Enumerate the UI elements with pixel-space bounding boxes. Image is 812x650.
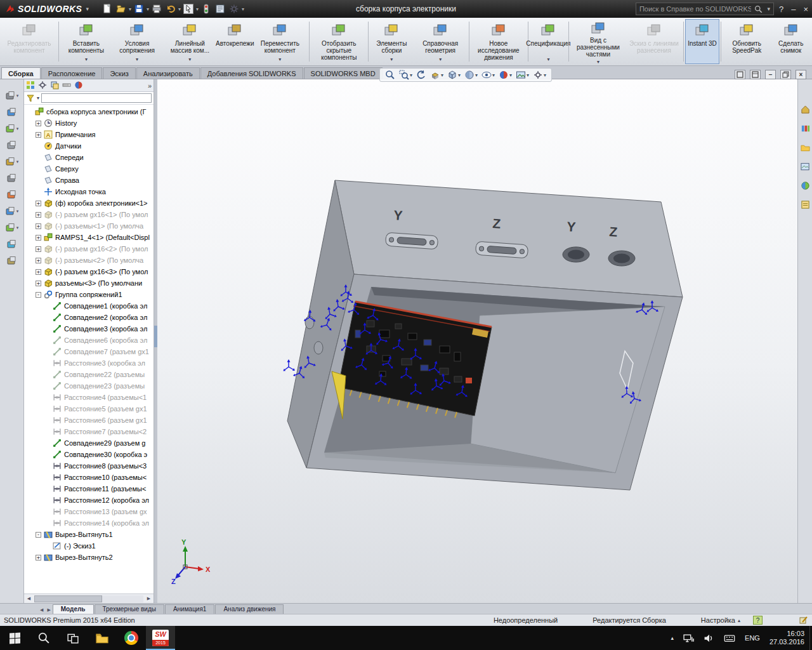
tree-item[interactable]: -Группа сопряжений1 bbox=[27, 289, 154, 300]
tree-item[interactable]: Расстояние11 (разъемы< bbox=[27, 483, 154, 494]
design-library-icon[interactable] bbox=[801, 124, 810, 135]
filter-funnel-icon[interactable] bbox=[26, 94, 35, 103]
chevron-down-icon[interactable]: ▾ bbox=[136, 56, 138, 63]
section-view-icon[interactable]: ▾ bbox=[429, 70, 445, 80]
tree-item[interactable]: Исходная точка bbox=[27, 186, 154, 197]
tree-expander[interactable]: + bbox=[36, 246, 41, 252]
tab-сборка[interactable]: Сборка bbox=[1, 67, 41, 79]
clipboard-tool-icon[interactable]: ▾ bbox=[2, 90, 22, 102]
network-icon[interactable] bbox=[683, 633, 694, 643]
scroll-left-icon[interactable]: ◀ bbox=[24, 596, 34, 601]
print-icon[interactable] bbox=[150, 2, 164, 16]
ribbon-button-элементы-сборки[interactable]: Элементы сборки ▾ bbox=[370, 19, 413, 64]
tree-item[interactable]: +RAMPS1_4<1> (Default<Displ bbox=[27, 232, 154, 243]
tab-solidworks-mbd[interactable]: SOLIDWORKS MBD bbox=[304, 67, 383, 79]
tree-item[interactable]: +(-) разъем gx16<2> (По умол bbox=[27, 243, 154, 255]
appearance-ball-icon[interactable]: ▾ bbox=[2, 123, 22, 135]
hide-show-items-icon[interactable]: ▾ bbox=[480, 70, 496, 80]
status-chevron-icon[interactable]: ▴ bbox=[738, 618, 740, 623]
tree-expander[interactable]: + bbox=[36, 555, 41, 560]
ribbon-button-вид-с-разнесенными-частями[interactable]: Вид с разнесенными частями ▾ bbox=[570, 19, 626, 64]
doc-tab-3[interactable]: Анализ движения bbox=[215, 604, 284, 614]
start-button[interactable] bbox=[0, 626, 29, 650]
tree-item[interactable]: Совпадение3 (коробка эл bbox=[27, 323, 154, 335]
doc-restore-button[interactable] bbox=[780, 70, 791, 79]
volume-icon[interactable] bbox=[704, 633, 714, 643]
tree-item[interactable]: Совпадение23 (разъемы bbox=[27, 380, 154, 392]
tree-expander[interactable]: + bbox=[36, 281, 41, 286]
chevron-down-icon[interactable]: ▾ bbox=[527, 72, 529, 78]
tree-item[interactable]: Совпадение6 (коробка эл bbox=[27, 335, 154, 346]
task-view-button[interactable] bbox=[58, 626, 88, 650]
chevron-down-icon[interactable]: ▾ bbox=[441, 72, 443, 78]
component-tool-icon[interactable]: ▾ bbox=[2, 156, 22, 168]
tree-item[interactable]: +(ф) коробка электроники<1> bbox=[27, 197, 154, 209]
tree-item[interactable]: Расстояние7 (разъемы<2 bbox=[27, 426, 154, 437]
ribbon-button-новое-исследование-движения[interactable]: Новое исследование движения bbox=[471, 19, 527, 64]
tree-item[interactable]: Датчики bbox=[27, 140, 154, 152]
help-search-box[interactable]: Поиск в Справке по SOLIDWORKS ▾ bbox=[636, 3, 774, 15]
tree-item[interactable]: Спереди bbox=[27, 152, 154, 163]
chevron-down-icon[interactable]: ▾ bbox=[390, 56, 393, 63]
tree-item[interactable]: Расстояние3 (коробка эл bbox=[27, 357, 154, 369]
chevron-down-icon[interactable]: ▾ bbox=[458, 72, 461, 78]
language-indicator[interactable]: ENG bbox=[745, 634, 760, 642]
minimize-button[interactable]: – bbox=[791, 4, 796, 14]
ribbon-button-обновить-speedpak[interactable]: Обновить SpeedPak bbox=[723, 19, 771, 64]
tree-horizontal-scrollbar[interactable]: ◀ ▶ bbox=[24, 594, 154, 603]
doc-tab-1[interactable]: Трехмерные виды bbox=[95, 604, 164, 614]
tree-item[interactable]: Совпадение22 (разъемы bbox=[27, 369, 154, 380]
tree-item[interactable]: Сверху bbox=[27, 163, 154, 175]
tree-item[interactable]: +разъемы<3> (По умолчани bbox=[27, 277, 154, 289]
tree-item[interactable]: Совпадение30 (коробка э bbox=[27, 449, 154, 460]
tree-item[interactable]: -Вырез-Вытянуть1 bbox=[27, 529, 154, 540]
tree-item[interactable]: +(-) разъем gx16<1> (По умол bbox=[27, 209, 154, 220]
tree-item[interactable]: Справа bbox=[27, 175, 154, 186]
taskbar-search-button[interactable] bbox=[29, 626, 58, 650]
ribbon-button-сделать-снимок[interactable]: Сделать снимок bbox=[771, 19, 811, 64]
zoom-fit-icon[interactable] bbox=[384, 70, 396, 80]
tray-expand-icon[interactable]: ▴ bbox=[671, 635, 674, 641]
assembly-3d-view[interactable]: Y Z Y Z bbox=[157, 79, 797, 603]
solidworks-taskbar-button[interactable]: SW 2015 bbox=[146, 626, 175, 650]
view-settings-icon[interactable]: ▾ bbox=[532, 70, 547, 80]
file-properties-icon[interactable] bbox=[213, 2, 227, 16]
select-icon[interactable] bbox=[181, 2, 195, 16]
open-icon[interactable] bbox=[114, 2, 128, 16]
tab-расположение[interactable]: Расположение bbox=[41, 67, 103, 79]
chevron-down-icon[interactable]: ▾ bbox=[439, 56, 442, 63]
panel-overflow-button[interactable]: » bbox=[148, 82, 152, 90]
tree-expander[interactable]: - bbox=[36, 292, 41, 298]
tree-item[interactable]: Расстояние13 (разъем gx bbox=[27, 506, 154, 517]
ribbon-button-отобразить-скрытые-компоненты[interactable]: Отобразить скрытые компоненты bbox=[311, 19, 367, 64]
view-palette-icon[interactable] bbox=[801, 162, 810, 173]
tree-item[interactable]: Расстояние14 (коробка эл bbox=[27, 517, 154, 529]
chevron-down-icon[interactable]: ▾ bbox=[188, 56, 191, 63]
menu-chevron-icon[interactable]: ▾ bbox=[86, 6, 89, 12]
tree-item[interactable]: Совпадение7 (разъем gx1 bbox=[27, 346, 154, 357]
task-pane-home-icon[interactable] bbox=[801, 105, 810, 116]
doc-tab-2[interactable]: Анимация1 bbox=[165, 604, 215, 614]
tab-scroll-left-icon[interactable]: ◀ bbox=[38, 607, 45, 614]
show-desktop-button[interactable] bbox=[809, 626, 812, 650]
chevron-down-icon[interactable]: ▾ bbox=[544, 72, 546, 78]
appearances-pane-icon[interactable] bbox=[801, 181, 810, 192]
curve-tool-icon[interactable] bbox=[2, 238, 22, 251]
tree-item[interactable]: +AПримечания bbox=[27, 129, 154, 140]
options-icon[interactable] bbox=[227, 2, 241, 16]
palette-tool-icon[interactable] bbox=[2, 189, 22, 201]
close-button[interactable]: × bbox=[803, 4, 808, 14]
tree-item[interactable]: сборка корпуса электроники (Г bbox=[27, 106, 154, 117]
ribbon-button-переместить-компонент[interactable]: Переместить компонент ▾ bbox=[252, 19, 308, 64]
scrollbar-thumb[interactable] bbox=[34, 595, 102, 602]
custom-status[interactable]: Настройка bbox=[701, 616, 735, 624]
scene-icon[interactable]: ▾ bbox=[514, 70, 530, 80]
ribbon-button-справочная-геометрия[interactable]: Справочная геометрия ▾ bbox=[413, 19, 468, 64]
doc-tab-0[interactable]: Модель bbox=[53, 604, 94, 614]
tree-item[interactable]: Расстояние4 (разъемы<1 bbox=[27, 392, 154, 403]
ribbon-button-вставить-компоненты[interactable]: Вставить компоненты ▾ bbox=[60, 19, 112, 64]
graphics-area[interactable]: Y Z Y Z bbox=[157, 79, 797, 603]
measure-tool-icon[interactable]: ▾ bbox=[2, 222, 22, 234]
tree-expander[interactable]: + bbox=[36, 223, 41, 229]
ribbon-button-instant-3d[interactable]: Instant 3D bbox=[685, 19, 719, 64]
